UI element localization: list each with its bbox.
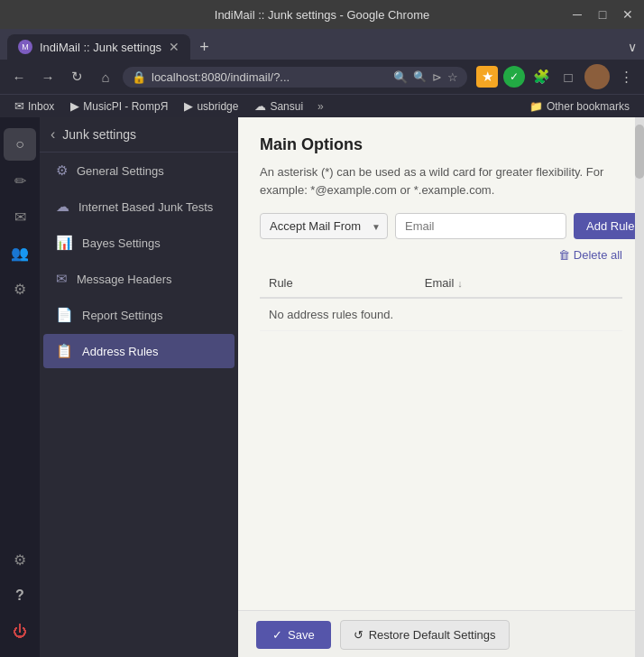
sidebar-icon-power[interactable]: ⏻	[4, 615, 36, 648]
content-title: Main Options	[260, 135, 622, 154]
nav-panel: ‹ Junk settings ⚙ General Settings ☁ Int…	[40, 117, 238, 657]
browser-menu-btn[interactable]: ⋮	[615, 66, 637, 88]
browser-chrome: M IndiMail :: Junk settings ✕ + ∨ ← → ↻ …	[0, 29, 644, 117]
address-rules-icon: 📋	[56, 343, 73, 359]
tab-favicon: M	[18, 40, 32, 54]
tab-expand-btn[interactable]: ∨	[628, 40, 637, 54]
address-rules-label: Address Rules	[82, 345, 159, 358]
bookmark-label-sansui: Sansui	[270, 100, 303, 113]
nav-extension-icons: ★ ✓ 🧩 □ ⋮	[476, 64, 637, 89]
share-icon: ⊳	[432, 70, 442, 84]
internet-junk-label: Internet Based Junk Tests	[78, 200, 213, 214]
save-icon: ✓	[272, 628, 282, 642]
musicpi-bm-icon: ▶	[70, 99, 79, 113]
bookmark-label-musicpi: MusicPI - RompЯ	[83, 100, 168, 113]
ext-icon-1[interactable]: ★	[476, 66, 498, 88]
bookmark-inbox[interactable]: ✉ Inbox	[7, 97, 61, 115]
rule-type-select[interactable]: Accept Mail From Block Mail From	[260, 213, 388, 239]
sidebar-icon-mail[interactable]: ✉	[4, 200, 36, 233]
tab-label: IndiMail :: Junk settings	[40, 41, 161, 54]
content-area: Main Options An asterisk (*) can be used…	[238, 117, 644, 657]
content-footer: ✓ Save ↺ Restore Default Settings	[238, 610, 644, 657]
back-nav-btn[interactable]: ←	[7, 65, 31, 88]
ext-icon-2[interactable]: ✓	[503, 66, 525, 88]
save-button[interactable]: ✓ Save	[256, 621, 331, 649]
sidebar-icon-contacts[interactable]: 👥	[4, 236, 36, 269]
close-btn[interactable]: ✕	[619, 5, 637, 23]
restore-defaults-button[interactable]: ↺ Restore Default Settings	[340, 620, 510, 650]
bookmark-musicpi[interactable]: ▶ MusicPI - RompЯ	[63, 97, 175, 115]
bookmarks-more-btn[interactable]: »	[312, 98, 329, 115]
email-sort-icon[interactable]: ↓	[457, 278, 463, 289]
ext-icon-3[interactable]: 🧩	[530, 66, 552, 88]
tab-close-btn[interactable]: ✕	[169, 40, 179, 54]
message-headers-icon: ✉	[56, 271, 68, 287]
bayes-label: Bayes Settings	[82, 236, 161, 250]
inbox-bm-icon: ✉	[14, 99, 24, 113]
content-description: An asterisk (*) can be used as a wild ca…	[260, 163, 622, 199]
add-rule-button[interactable]: Add Rule	[574, 213, 644, 239]
tab-bar: M IndiMail :: Junk settings ✕ + ∨	[0, 29, 644, 60]
main-layout: ○ ✏ ✉ 👥 ⚙ ⚙ ? ⏻ ‹ Junk settings ⚙ Genera…	[0, 117, 644, 657]
general-settings-icon: ⚙	[56, 162, 68, 179]
sidebar-icon-settings[interactable]: ⚙	[4, 273, 36, 305]
nav-back-btn[interactable]: ‹	[51, 126, 55, 143]
save-label: Save	[288, 628, 315, 642]
sidebar-bottom-icons: ⚙ ? ⏻	[4, 543, 36, 657]
title-bar: IndiMail :: Junk settings - Google Chrom…	[0, 0, 644, 29]
icon-sidebar: ○ ✏ ✉ 👥 ⚙ ⚙ ? ⏻	[0, 117, 40, 657]
home-nav-btn[interactable]: ⌂	[94, 65, 117, 88]
delete-all-label: Delete all	[574, 248, 622, 262]
zoom-icon: 🔍	[413, 70, 427, 83]
minimize-btn[interactable]: ─	[568, 5, 586, 23]
refresh-nav-btn[interactable]: ↻	[65, 65, 88, 88]
url-text: localhost:8080/indimail/?...	[152, 70, 290, 84]
delete-all-button[interactable]: 🗑 Delete all	[558, 248, 622, 262]
sidebar-icon-circle[interactable]: ○	[4, 128, 36, 161]
bookmark-label-inbox: Inbox	[28, 100, 54, 113]
ext-icon-4[interactable]: □	[557, 66, 579, 88]
star-icon: ☆	[447, 70, 458, 84]
forward-nav-btn[interactable]: →	[36, 65, 60, 88]
bookmark-usbridge[interactable]: ▶ usbridge	[177, 97, 245, 115]
email-input[interactable]	[395, 213, 566, 239]
sidebar-item-report-settings[interactable]: 📄 Report Settings	[43, 298, 235, 332]
restore-icon: ↺	[354, 628, 363, 642]
maximize-btn[interactable]: □	[593, 5, 612, 23]
restore-label: Restore Default Settings	[369, 628, 496, 642]
scrollbar-thumb[interactable]	[635, 125, 644, 179]
sidebar-icon-help[interactable]: ?	[4, 579, 36, 612]
nav-bar: ← → ↻ ⌂ 🔒 localhost:8080/indimail/?... 🔍…	[0, 60, 644, 94]
sansui-bm-icon: ☁	[254, 99, 266, 113]
report-settings-icon: 📄	[56, 307, 73, 323]
active-tab[interactable]: M IndiMail :: Junk settings ✕	[7, 34, 190, 60]
bookmarks-bar: ✉ Inbox ▶ MusicPI - RompЯ ▶ usbridge ☁ S…	[0, 94, 644, 117]
sidebar-item-bayes-settings[interactable]: 📊 Bayes Settings	[43, 226, 235, 260]
other-bookmarks[interactable]: 📁 Other bookmarks	[522, 98, 637, 115]
sidebar-item-message-headers[interactable]: ✉ Message Headers	[43, 262, 235, 296]
delete-all-row: 🗑 Delete all	[260, 248, 622, 262]
other-bookmarks-label: Other bookmarks	[547, 100, 630, 113]
sidebar-icon-gear[interactable]: ⚙	[4, 543, 36, 576]
new-tab-btn[interactable]: +	[194, 38, 215, 57]
rules-table: Rule Email ↓ No address rules found.	[260, 269, 622, 331]
search-magnify-icon: 🔍	[393, 70, 408, 84]
empty-rules-row: No address rules found.	[260, 298, 622, 331]
window-title: IndiMail :: Junk settings - Google Chrom…	[215, 8, 429, 22]
add-rule-form: Accept Mail From Block Mail From ▼ Add R…	[260, 213, 622, 239]
user-avatar[interactable]	[584, 64, 610, 89]
col-email-header: Email ↓	[416, 269, 622, 298]
sidebar-item-internet-junk-tests[interactable]: ☁ Internet Based Junk Tests	[43, 190, 235, 224]
window-controls: ─ □ ✕	[568, 5, 637, 23]
sidebar-item-address-rules[interactable]: 📋 Address Rules	[43, 334, 235, 368]
sidebar-icon-edit[interactable]: ✏	[4, 164, 36, 197]
folder-icon: 📁	[529, 100, 543, 113]
nav-panel-header: ‹ Junk settings	[40, 117, 238, 153]
bookmark-sansui[interactable]: ☁ Sansui	[247, 97, 310, 115]
scrollbar[interactable]	[635, 117, 644, 657]
lock-icon: 🔒	[132, 70, 146, 84]
address-bar[interactable]: 🔒 localhost:8080/indimail/?... 🔍 🔍 ⊳ ☆	[123, 67, 467, 88]
bookmark-label-usbridge: usbridge	[197, 100, 238, 113]
rule-type-select-wrapper[interactable]: Accept Mail From Block Mail From ▼	[260, 213, 388, 239]
sidebar-item-general-settings[interactable]: ⚙ General Settings	[43, 153, 235, 188]
